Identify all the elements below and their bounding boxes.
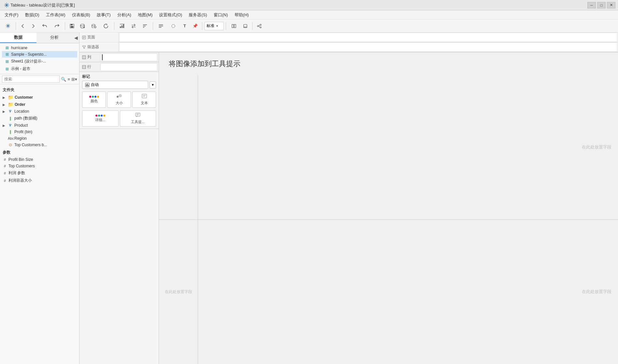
- text-format-button[interactable]: T: [180, 21, 190, 31]
- forward-button[interactable]: [28, 21, 38, 31]
- color-icon: [89, 96, 99, 98]
- marks-size-button[interactable]: 大小: [107, 91, 131, 108]
- hash-icon-profit-bin-size-2: #: [3, 179, 7, 183]
- param-profit-bin-size-2[interactable]: # 利润容器大小: [0, 177, 79, 184]
- chart-title: 将图像添加到工具提示: [159, 52, 618, 75]
- tab-data[interactable]: 数据: [0, 33, 36, 43]
- minimize-button[interactable]: ─: [587, 2, 596, 8]
- red-dot: [89, 96, 91, 98]
- annotation-button[interactable]: [167, 21, 179, 31]
- toolbar-separator-2: [65, 22, 65, 30]
- folder-customer[interactable]: ▶ 📁 Customer: [0, 94, 79, 101]
- zoom-dropdown[interactable]: 标准 ▼: [204, 22, 224, 30]
- rows-drop-zone[interactable]: [100, 63, 157, 71]
- marks-color-button[interactable]: 颜色: [82, 91, 106, 108]
- marks-type-selector: 自动 ▼: [82, 81, 156, 89]
- detail-icon: [95, 115, 105, 117]
- menu-map[interactable]: 地图(M): [135, 11, 156, 19]
- cols-drop-zone[interactable]: [100, 53, 157, 61]
- marks-tooltip-button[interactable]: 工具提...: [120, 110, 156, 127]
- marks-detail-button[interactable]: 详细...: [82, 110, 119, 127]
- sort-button[interactable]: [139, 21, 151, 31]
- view-toggle-icon[interactable]: ⊞▾: [71, 77, 77, 82]
- field-top-customers[interactable]: ▶ ⊙ Top Customers b...: [0, 142, 79, 148]
- green-dot: [92, 96, 94, 98]
- menu-dashboard[interactable]: 仪表板(B): [69, 11, 93, 19]
- menu-window[interactable]: 窗口(N): [210, 11, 231, 19]
- filter-icon[interactable]: ≡: [67, 77, 70, 82]
- menu-file[interactable]: 文件(F): [1, 11, 22, 19]
- pin-button[interactable]: 📌: [190, 21, 200, 31]
- field-profit-bin[interactable]: ▶ ∥ Profit (bin): [0, 129, 79, 135]
- param-label-profit-param: 利润 参数: [8, 170, 25, 176]
- fixed-size-button[interactable]: [228, 21, 240, 31]
- field-region[interactable]: ▶ Abc Region: [0, 135, 79, 142]
- canvas-top-zone[interactable]: 在此处放置字段: [198, 75, 618, 220]
- menu-story[interactable]: 故事(T): [93, 11, 114, 19]
- canvas-bottom-zone[interactable]: 在此处放置字段: [198, 220, 618, 364]
- back-button[interactable]: [18, 21, 28, 31]
- data-panel: 数据 分析 ◀ ⊞ hurricane ⊞ Sample - Supersto.…: [0, 33, 79, 364]
- redo-button[interactable]: [51, 21, 63, 31]
- cols-shelf: 列: [79, 52, 159, 62]
- datasource-sample-zh[interactable]: ⊞ 示例 - 超市: [2, 65, 77, 73]
- undo-button[interactable]: [39, 21, 50, 31]
- close-button[interactable]: ✕: [607, 2, 615, 8]
- tableau-home-button[interactable]: ✳: [2, 21, 14, 31]
- swap-rows-cols-button[interactable]: [129, 21, 138, 31]
- menu-analysis[interactable]: 分析(A): [114, 11, 135, 19]
- tab-analysis[interactable]: 分析: [36, 33, 73, 43]
- device-preview-button[interactable]: [240, 21, 250, 31]
- menu-data[interactable]: 数据(D): [22, 11, 43, 19]
- rows-shelf: 行: [79, 62, 159, 72]
- datasource-hurricane[interactable]: ⊞ hurricane: [2, 45, 77, 51]
- canvas-container: 将图像添加到工具提示 在此处放置字段: [159, 52, 618, 364]
- menu-help[interactable]: 帮助(H): [231, 11, 252, 19]
- title-bar: ✳ Tableau - tableau设计提示[已恢复] ─ □ ✕: [0, 0, 618, 10]
- show-me-chart-button[interactable]: [116, 21, 128, 31]
- label-button[interactable]: [155, 21, 167, 31]
- field-path[interactable]: ▶ ∥ path (数据桶): [0, 115, 79, 122]
- toolbar-separator-1: [16, 22, 16, 30]
- left-bottom-drop-zone[interactable]: 在此处放置字段: [159, 220, 198, 364]
- search-input[interactable]: [2, 76, 60, 83]
- folder-order[interactable]: ▶ 📁 Order: [0, 101, 79, 108]
- svg-rect-37: [82, 65, 86, 69]
- blue-dot: [94, 96, 96, 98]
- maximize-button[interactable]: □: [597, 2, 606, 8]
- save-button[interactable]: [67, 21, 77, 31]
- search-icon[interactable]: 🔍: [61, 77, 66, 82]
- field-list: 文件夹 ▶ 📁 Customer ▶ 📁 Order ▶ ⛛ Location: [0, 84, 79, 364]
- field-label-location: Location: [14, 109, 29, 114]
- field-product[interactable]: ▶ ⛛ Product: [0, 122, 79, 129]
- param-profit-param[interactable]: # 利润 参数: [0, 169, 79, 177]
- menu-worksheet[interactable]: 工作表(W): [43, 11, 69, 19]
- marks-type-box[interactable]: 自动: [82, 81, 148, 89]
- filters-drop-zone[interactable]: [119, 42, 617, 52]
- datasource-sheet1[interactable]: ⊞ Sheet1 (设计提示-...: [2, 58, 77, 65]
- marks-type-dropdown[interactable]: ▼: [150, 81, 156, 89]
- add-datasource-button[interactable]: [78, 21, 87, 31]
- param-top-customers[interactable]: # Top Customers: [0, 163, 79, 169]
- datasource-options-button[interactable]: ≡: [88, 21, 100, 31]
- share-button[interactable]: [254, 21, 264, 31]
- left-top-drop-zone[interactable]: [159, 75, 198, 220]
- svg-rect-11: [123, 24, 124, 28]
- menu-format[interactable]: 设置格式(O): [156, 11, 185, 19]
- pages-shelf: 页面: [79, 33, 618, 42]
- field-location[interactable]: ▶ ⛛ Location: [0, 108, 79, 115]
- pages-drop-zone[interactable]: [119, 33, 617, 42]
- svg-rect-1: [71, 24, 73, 25]
- param-profit-bin-size[interactable]: # Profit Bin Size: [0, 156, 79, 163]
- refresh-button[interactable]: [100, 21, 112, 31]
- marks-title: 标记: [82, 74, 156, 79]
- marks-text-button[interactable]: 文本: [132, 91, 156, 108]
- svg-rect-49: [136, 113, 140, 116]
- datasource-superstore[interactable]: ⊞ Sample - Supersto...: [2, 51, 77, 58]
- sidebar-collapse-arrow[interactable]: ◀: [73, 33, 79, 43]
- chevron-order: ▶: [3, 103, 7, 106]
- menu-bar: 文件(F) 数据(D) 工作表(W) 仪表板(B) 故事(T) 分析(A) 地图…: [0, 10, 618, 20]
- pages-label: 页面: [79, 33, 119, 42]
- svg-point-27: [260, 27, 261, 28]
- menu-server[interactable]: 服务器(S): [185, 11, 210, 19]
